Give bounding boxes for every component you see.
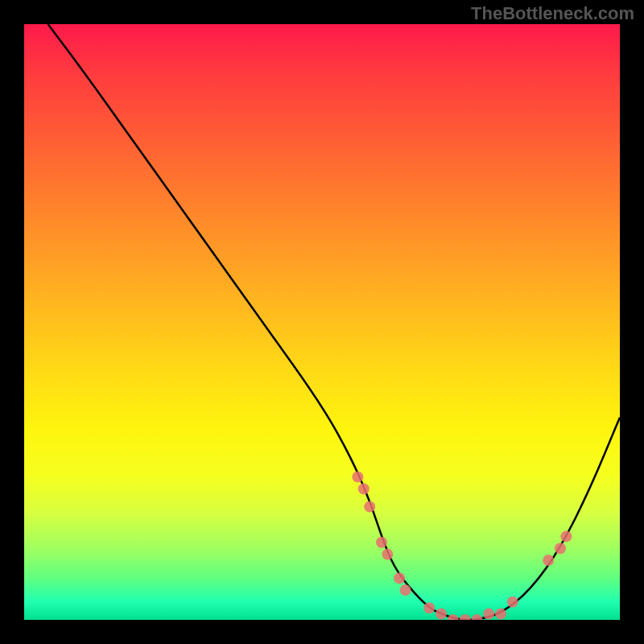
data-marker	[483, 609, 494, 620]
data-marker	[495, 609, 506, 620]
data-marker	[436, 609, 447, 620]
data-marker	[423, 602, 435, 613]
watermark-text: TheBottleneck.com	[471, 3, 634, 24]
data-marker	[364, 501, 375, 512]
data-markers	[352, 471, 572, 620]
bottleneck-curve	[48, 24, 620, 620]
data-marker	[543, 555, 554, 566]
data-marker	[358, 483, 369, 494]
chart-svg	[24, 24, 620, 620]
data-marker	[400, 584, 411, 596]
data-marker	[560, 530, 572, 542]
data-marker	[448, 614, 459, 620]
data-marker	[352, 471, 363, 482]
data-marker	[460, 614, 471, 620]
plot-area	[24, 24, 620, 620]
data-marker	[555, 543, 566, 554]
data-marker	[382, 549, 393, 560]
data-marker	[507, 597, 518, 608]
data-marker	[394, 572, 405, 584]
data-marker	[471, 614, 482, 620]
data-marker	[376, 537, 387, 548]
